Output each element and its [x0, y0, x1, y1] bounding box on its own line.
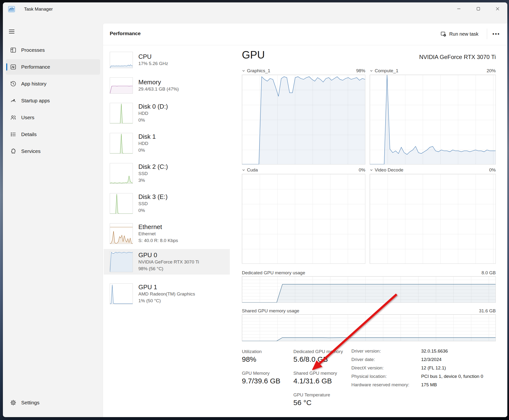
- list-item-gpu0[interactable]: GPU 0 NVIDIA GeForce RTX 3070 Ti 98% (56…: [104, 249, 230, 275]
- chevron-down-icon[interactable]: [242, 69, 245, 73]
- list-item-title: GPU 0: [138, 251, 199, 259]
- gear-icon: [10, 399, 16, 406]
- chart-label: Cuda: [247, 167, 258, 173]
- list-item-memory[interactable]: Memory 29.4/63.1 GB (47%): [104, 77, 230, 94]
- list-item-title: CPU: [138, 53, 168, 60]
- sidebar-item-processes[interactable]: Processes: [6, 42, 100, 58]
- list-item-sub: HDD: [138, 110, 168, 117]
- compute1-chart-header: Compute_1 20%: [370, 68, 496, 74]
- run-new-task-button[interactable]: Run new task: [437, 29, 481, 39]
- hamburger-menu-button[interactable]: [7, 27, 17, 36]
- gpu0-mini-chart: [110, 251, 133, 272]
- close-button[interactable]: [492, 4, 503, 13]
- sidebar-item-services[interactable]: Services: [6, 143, 100, 159]
- list-item-sub: SSD: [138, 170, 168, 177]
- sidebar-item-details[interactable]: Details: [6, 127, 100, 142]
- ethernet-mini-chart: [110, 223, 133, 244]
- hardware-reserved-label: Hardware reserved memory:: [351, 382, 409, 388]
- list-item-disk2[interactable]: Disk 2 (C:) SSD 3%: [104, 163, 230, 184]
- run-new-task-label: Run new task: [449, 31, 479, 37]
- cuda-chart: [242, 174, 365, 264]
- chevron-down-icon[interactable]: [242, 168, 245, 172]
- cpu-mini-chart: [110, 52, 133, 68]
- directx-version-label: DirectX version:: [351, 365, 384, 371]
- chart-capacity: 31.6 GB: [479, 308, 496, 314]
- disk1-mini-chart: [110, 133, 133, 154]
- memory-mini-chart: [110, 77, 133, 94]
- list-item-sub: S: 40.0 R: 8.0 Kbps: [138, 237, 178, 244]
- task-manager-window: Task Manager Processes Performance: [3, 2, 507, 417]
- physical-location-label: Physical location:: [351, 374, 387, 379]
- list-item-sub: 0%: [138, 117, 168, 124]
- processes-icon: [10, 47, 16, 53]
- sidebar-item-startup-apps[interactable]: Startup apps: [6, 93, 100, 108]
- list-item-sub: 3%: [138, 177, 168, 184]
- sidebar: Processes Performance App history Startu…: [3, 2, 103, 417]
- list-item-disk0[interactable]: Disk 0 (D:) HDD 0%: [104, 103, 230, 124]
- more-options-button[interactable]: •••: [490, 29, 502, 39]
- video-decode-chart-header: Video Decode 0%: [370, 167, 496, 173]
- hardware-reserved-value: 175 MB: [421, 382, 437, 388]
- list-item-title: Disk 1: [138, 133, 156, 140]
- list-item-title: GPU 1: [138, 284, 195, 291]
- chevron-down-icon[interactable]: [370, 168, 373, 172]
- close-icon: [496, 7, 499, 11]
- list-item-title: Disk 3 (E:): [138, 193, 168, 200]
- list-item-sub: HDD: [138, 140, 156, 147]
- dedicated-memory-header: Dedicated GPU memory usage 8.0 GB: [242, 270, 496, 276]
- minimize-icon: [457, 7, 461, 11]
- gpu-device-name: NVIDIA GeForce RTX 3070 Ti: [242, 54, 496, 60]
- header-divider: [487, 29, 487, 39]
- driver-date-label: Driver date:: [351, 357, 375, 362]
- list-item-sub: 1% (50 °C): [138, 297, 195, 304]
- startup-apps-icon: [10, 98, 16, 104]
- services-icon: [10, 148, 16, 154]
- sidebar-item-label: Details: [21, 131, 37, 137]
- sidebar-item-app-history[interactable]: App history: [6, 76, 100, 91]
- list-item-sub: 98% (56 °C): [138, 265, 199, 272]
- shared-memory-header: Shared GPU memory usage 31.6 GB: [242, 308, 496, 314]
- sidebar-item-label: Performance: [21, 64, 50, 70]
- utilization-value: 98%: [242, 355, 256, 363]
- gpu1-mini-chart: [110, 284, 133, 304]
- dedicated-memory-chart: [242, 276, 496, 303]
- sidebar-item-performance[interactable]: Performance: [6, 59, 100, 75]
- sidebar-item-users[interactable]: Users: [6, 110, 100, 125]
- list-item-ethernet[interactable]: Ethernet Ethernet S: 40.0 R: 8.0 Kbps: [104, 223, 230, 244]
- graphics1-chart: [242, 75, 365, 165]
- sidebar-item-label: Users: [21, 115, 34, 120]
- chart-label: Compute_1: [375, 68, 398, 74]
- sidebar-item-label: App history: [21, 81, 46, 87]
- list-item-gpu1[interactable]: GPU 1 AMD Radeon(TM) Graphics 1% (50 °C): [104, 284, 230, 304]
- sidebar-item-label: Startup apps: [21, 98, 50, 104]
- disk0-mini-chart: [110, 103, 133, 124]
- list-item-sub: 29.4/63.1 GB (47%): [138, 86, 179, 92]
- list-item-sub: 17% 5.26 GHz: [138, 60, 168, 67]
- chevron-down-icon[interactable]: [370, 69, 373, 73]
- list-item-cpu[interactable]: CPU 17% 5.26 GHz: [104, 52, 230, 68]
- selected-accent-bar: [6, 63, 7, 71]
- performance-icon: [10, 64, 16, 70]
- gpu-memory-value: 9.7/39.6 GB: [242, 377, 280, 385]
- shared-memory-chart: [242, 314, 496, 341]
- compute1-chart: [370, 75, 496, 165]
- dedicated-memory-value: 5.6/8.0 GB: [293, 355, 328, 363]
- app-history-icon: [10, 81, 16, 87]
- list-item-sub: NVIDIA GeForce RTX 3070 Ti: [138, 259, 199, 265]
- list-item-sub: 0%: [138, 147, 156, 154]
- list-item-disk1[interactable]: Disk 1 HDD 0%: [104, 133, 230, 154]
- list-item-sub: 0%: [138, 207, 168, 214]
- list-item-sub: SSD: [138, 200, 168, 207]
- list-item-disk3[interactable]: Disk 3 (E:) SSD 0%: [104, 193, 230, 214]
- maximize-button[interactable]: [473, 4, 484, 13]
- chart-value: 98%: [356, 68, 365, 74]
- shared-memory-label: Shared GPU memory: [293, 371, 337, 376]
- performance-panel: Performance Run new task ••• CPU 17% 5.2…: [103, 23, 507, 417]
- sidebar-item-settings[interactable]: Settings: [6, 395, 104, 410]
- maximize-icon: [477, 7, 480, 11]
- gpu-memory-label: GPU Memory: [242, 371, 270, 376]
- minimize-button[interactable]: [453, 4, 464, 13]
- driver-date-value: 12/3/2024: [421, 357, 442, 362]
- page-title: Performance: [110, 30, 140, 36]
- panel-header: Performance Run new task •••: [103, 23, 507, 45]
